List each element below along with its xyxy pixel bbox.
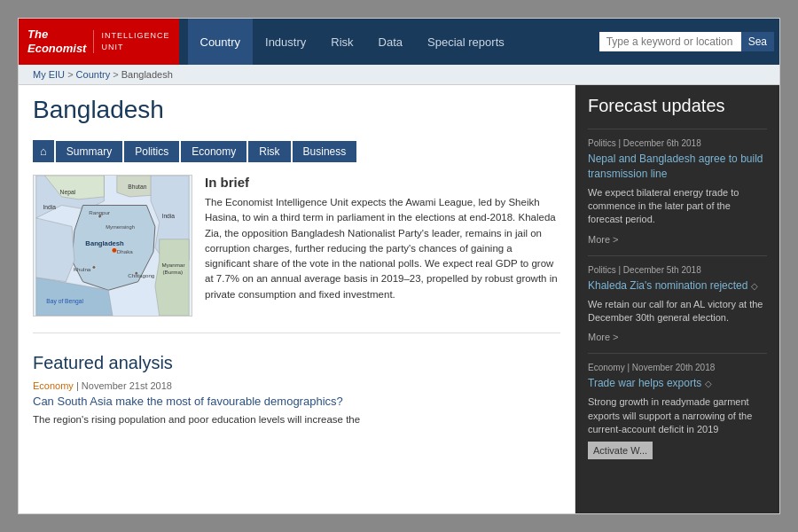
main-content: Bangladesh Sign up for e-mail alerts ⌂ S… — [19, 85, 779, 513]
search-input[interactable] — [599, 32, 741, 51]
forecast-link-1[interactable]: Nepal and Bangladesh agree to build tran… — [588, 152, 767, 182]
breadcrumb-bangladesh: Bangladesh — [121, 69, 173, 80]
svg-text:Chittagong: Chittagong — [128, 272, 155, 278]
forecast-cat-1: Politics — [588, 138, 616, 148]
featured-heading: Featured analysis — [33, 353, 560, 373]
nav-risk[interactable]: Risk — [318, 19, 365, 65]
featured-date: November 21st 2018 — [82, 380, 172, 391]
tab-business[interactable]: Business — [293, 141, 357, 162]
forecast-cat-2: Politics — [588, 265, 616, 275]
left-column: Bangladesh Sign up for e-mail alerts ⌂ S… — [19, 85, 575, 513]
forecast-heading: Forecast updates — [588, 96, 767, 116]
forecast-date-3: November 20th 2018 — [632, 363, 715, 372]
logo-area: The Economist INTELLIGENCEUNIT — [19, 19, 179, 65]
svg-text:Rangpur: Rangpur — [89, 209, 110, 215]
tab-economy[interactable]: Economy — [181, 141, 246, 162]
tab-summary[interactable]: Summary — [56, 141, 122, 162]
forecast-column: Forecast updates Politics | December 6th… — [575, 85, 779, 513]
forecast-icon-3: ◇ — [705, 379, 712, 388]
forecast-link-2[interactable]: Khaleda Zia's nomination rejected ◇ — [588, 278, 767, 293]
bangladesh-map: Nepal Bhutan India India Rangpur Mymensi… — [33, 175, 192, 317]
svg-text:Bangladesh: Bangladesh — [85, 239, 124, 247]
forecast-desc-2: We retain our call for an AL victory at … — [588, 298, 767, 325]
search-button[interactable]: Sea — [741, 32, 774, 51]
inbrief-body: The Economist Intelligence Unit expects … — [205, 195, 560, 302]
breadcrumb-country[interactable]: Country — [76, 69, 111, 80]
svg-text:Nepal: Nepal — [60, 189, 76, 196]
svg-text:Khulna: Khulna — [74, 266, 91, 272]
nav-data[interactable]: Data — [366, 19, 415, 65]
tab-politics[interactable]: Politics — [124, 141, 179, 162]
svg-text:Bhutan: Bhutan — [128, 184, 146, 190]
forecast-icon-2: ◇ — [751, 281, 758, 291]
forecast-item-2: Politics | December 5th 2018 Khaleda Zia… — [588, 255, 767, 354]
forecast-meta-3: Economy | November 20th 2018 — [588, 363, 767, 372]
forecast-cat-3: Economy — [588, 363, 625, 372]
breadcrumb-myeiu[interactable]: My EIU — [33, 69, 65, 80]
page-title: Bangladesh — [33, 96, 164, 124]
forecast-desc-1: We expect bilateral energy trade to comm… — [588, 186, 767, 227]
forecast-meta-2: Politics | December 5th 2018 — [588, 265, 767, 275]
nav-special-reports[interactable]: Special reports — [415, 19, 517, 65]
featured-section: Featured analysis Economy | November 21s… — [33, 348, 560, 427]
featured-article-link[interactable]: Can South Asia make the most of favourab… — [33, 395, 560, 408]
nav-industry[interactable]: Industry — [253, 19, 318, 65]
svg-text:India: India — [162, 213, 176, 219]
navbar: The Economist INTELLIGENCEUNIT Country I… — [19, 19, 779, 65]
tab-home[interactable]: ⌂ — [33, 140, 54, 162]
svg-text:Mymensingh: Mymensingh — [106, 224, 135, 230]
forecast-date-1: December 6th 2018 — [623, 138, 701, 148]
featured-description: The region's rising population and poor … — [33, 412, 560, 427]
forecast-item-1: Politics | December 6th 2018 Nepal and B… — [588, 129, 767, 255]
svg-text:India: India — [43, 204, 56, 210]
iu-label: INTELLIGENCEUNIT — [93, 30, 169, 52]
svg-text:Dhaka: Dhaka — [117, 248, 134, 254]
forecast-link-3[interactable]: Trade war helps exports ◇ — [588, 376, 767, 391]
svg-point-10 — [92, 266, 96, 270]
page-tabs: ⌂ Summary Politics Economy Risk Business — [33, 140, 560, 162]
forecast-more-1[interactable]: More > — [588, 234, 619, 245]
svg-text:(Burma): (Burma) — [162, 269, 182, 275]
economist-logo: The Economist — [27, 27, 86, 55]
map-area: Nepal Bhutan India India Rangpur Mymensi… — [33, 175, 192, 320]
forecast-date-2: December 5th 2018 — [623, 265, 701, 275]
svg-text:Bay of Bengal: Bay of Bengal — [46, 298, 83, 305]
activate-overlay[interactable]: Activate W... — [588, 442, 653, 459]
forecast-meta-1: Politics | December 6th 2018 — [588, 138, 767, 148]
inbrief-heading: In brief — [205, 175, 560, 190]
inbrief-text: In brief The Economist Intelligence Unit… — [205, 175, 560, 320]
nav-country[interactable]: Country — [188, 19, 254, 65]
svg-marker-8 — [36, 218, 74, 282]
featured-meta: Economy | November 21st 2018 — [33, 380, 560, 391]
breadcrumb: My EIU > Country > Bangladesh — [19, 65, 779, 85]
svg-marker-6 — [155, 239, 189, 316]
inbrief-section: Nepal Bhutan India India Rangpur Mymensi… — [33, 175, 560, 333]
nav-links: Country Industry Risk Data Special repor… — [179, 19, 599, 65]
svg-text:Myanmar: Myanmar — [162, 262, 185, 268]
forecast-more-2[interactable]: More > — [588, 332, 619, 342]
tab-risk[interactable]: Risk — [248, 141, 290, 162]
forecast-desc-3: Strong growth in readymade garment expor… — [588, 395, 767, 436]
featured-category: Economy — [33, 380, 74, 391]
forecast-item-3: Economy | November 20th 2018 Trade war h… — [588, 353, 767, 468]
nav-search: Sea — [599, 19, 779, 65]
